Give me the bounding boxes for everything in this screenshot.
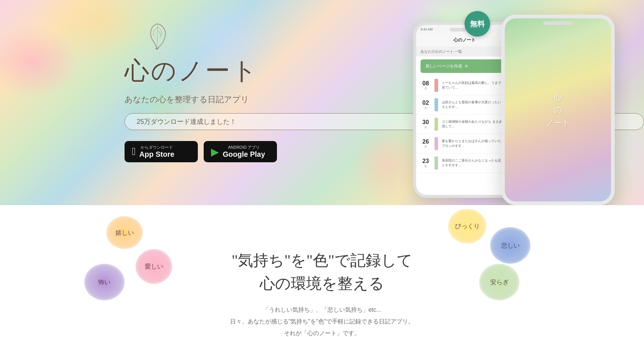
phone-entry-3: 30 水 ゴミ箱掃除や金額のあたりながら まさあ整理して... — [416, 115, 513, 134]
phone-art-line2: の — [554, 105, 562, 114]
status-time: 9:41 AM — [421, 27, 433, 31]
features-desc-line2: 日々、あなたが感じる"気持ち"を"色"で手軽に記録できる日記アプリ。 — [230, 318, 414, 325]
phone-nav-title: 心のノート — [454, 37, 475, 43]
google-play-button[interactable]: ▶ ANDROID アプリ Google Play — [204, 141, 277, 162]
entry-date-2: 02 火 — [421, 100, 431, 110]
features-desc-line3: それが「心のノート」です。 — [284, 330, 360, 336]
entry-weekday-5: 金 — [424, 164, 427, 168]
entry-date-1: 08 月 — [421, 81, 431, 90]
features-desc-line1: 「うれしい気持ち」、「悲しい気持ち」etc... — [263, 307, 381, 313]
apple-icon:  — [132, 146, 136, 158]
entry-text-5: 美容院のここ形分さんかなくなったも近いいとすすすす... — [442, 158, 508, 167]
entry-date-3: 30 水 — [421, 119, 431, 129]
google-play-sub-label: ANDROID アプリ — [223, 145, 265, 150]
phone-nav-bar: 心のノート — [416, 34, 513, 47]
phone-front: 心 の ノート — [501, 15, 615, 205]
app-title: 心のノート — [125, 54, 259, 88]
entry-text-4: 家を驚かりとまたおばさんが残っていたのアプロンのすす... — [442, 139, 508, 148]
app-store-button[interactable]:  からダウンロード App Store — [125, 141, 198, 162]
hero-section: 心のノート あなたの心を整理する日記アプリ 25万ダウンロード達成しました！ … — [0, 0, 644, 205]
entry-date-5: 23 金 — [421, 158, 431, 168]
entry-color-5 — [434, 156, 438, 170]
app-store-text: からダウンロード App Store — [139, 145, 174, 159]
phone-entry-4: 26 木 家を驚かりとまたおばさんが残っていたのアプロンのすす... — [416, 134, 513, 153]
phone-list-header: あなたの心のノート 一覧 — [416, 47, 513, 56]
entry-color-1 — [434, 79, 438, 92]
features-heading-line1: "気持ち"を"色"で記録して — [232, 252, 412, 269]
add-button-label: 新しいページを作成 — [426, 63, 462, 69]
free-badge: 無料 — [465, 11, 490, 37]
features-description: 「うれしい気持ち」、「悲しい気持ち」etc... 日々、あなたが感じる"気持ち"… — [230, 304, 414, 337]
entry-text-2: 山田さんとも普段の食事が大変だったいろいろとすす... — [442, 100, 508, 109]
phone-back: 9:41 AM ||| 心のノート あなたの心のノート 一覧 新しいページを作成… — [413, 22, 516, 198]
phone-notch-front — [543, 21, 573, 25]
app-store-main-label: App Store — [139, 150, 174, 159]
entry-day-2: 02 — [422, 100, 429, 106]
features-heading: "気持ち"を"色"で記録して 心の環境を整える — [230, 249, 414, 295]
entry-date-4: 26 木 — [421, 139, 431, 149]
features-section: 嬉しい 怖い 愛しい びっくり 悲しい 安らぎ "気持ち"を"色"で記録して 心… — [0, 205, 644, 337]
feather-icon — [147, 22, 169, 53]
entry-day-5: 23 — [422, 158, 429, 164]
play-icon: ▶ — [211, 146, 219, 158]
entry-weekday-3: 水 — [424, 125, 427, 129]
entry-weekday-1: 月 — [424, 86, 427, 90]
features-content: "気持ち"を"色"で記録して 心の環境を整える 「うれしい気持ち」、「悲しい気持… — [0, 234, 644, 337]
features-heading-line2: 心の環境を整える — [260, 275, 384, 292]
entry-color-3 — [434, 118, 438, 131]
phone-entry-5: 23 金 美容院のここ形分さんかなくなったも近いいとすすすす... — [416, 153, 513, 173]
phone-art-title: 心 の ノート — [545, 90, 570, 129]
google-play-main-label: Google Play — [223, 150, 265, 159]
phone-screen-list: 9:41 AM ||| 心のノート あなたの心のノート 一覧 新しいページを作成… — [416, 25, 513, 195]
plus-icon: ＋ — [463, 62, 469, 70]
entry-weekday-2: 火 — [424, 106, 427, 110]
entry-day-1: 08 — [422, 81, 429, 86]
phone-screen-art: 心 の ノート — [505, 18, 611, 201]
entry-text-1: ミーちゃんの笑顔は最高の癒し。うまでも気見ていて... — [442, 81, 508, 90]
phone-entry-1: 08 月 ミーちゃんの笑顔は最高の癒し。うまでも気見ていて... — [416, 76, 513, 95]
entry-text-3: ゴミ箱掃除や金額のあたりながら まさあ整理して... — [442, 119, 508, 129]
phone-mockups: 9:41 AM ||| 心のノート あなたの心のノート 一覧 新しいページを作成… — [413, 15, 615, 205]
phone-entry-2: 02 火 山田さんとも普段の食事が大変だったいろいろとすす... — [416, 95, 513, 115]
phone-art-line3: ノート — [545, 118, 570, 127]
entry-color-2 — [434, 98, 438, 111]
phone-add-button[interactable]: 新しいページを作成 ＋ — [421, 59, 508, 73]
entry-day-4: 26 — [422, 139, 429, 145]
phone-art-line1: 心 — [554, 92, 562, 101]
google-play-text: ANDROID アプリ Google Play — [223, 145, 265, 159]
app-store-sub-label: からダウンロード — [139, 145, 174, 150]
entry-weekday-4: 木 — [424, 145, 427, 149]
entry-color-4 — [434, 137, 438, 150]
emotion-bikkuri-label: びっくり — [455, 222, 480, 230]
entry-day-3: 30 — [422, 119, 429, 125]
features-text-block: "気持ち"を"色"で記録して 心の環境を整える 「うれしい気持ち」、「悲しい気持… — [208, 234, 436, 337]
